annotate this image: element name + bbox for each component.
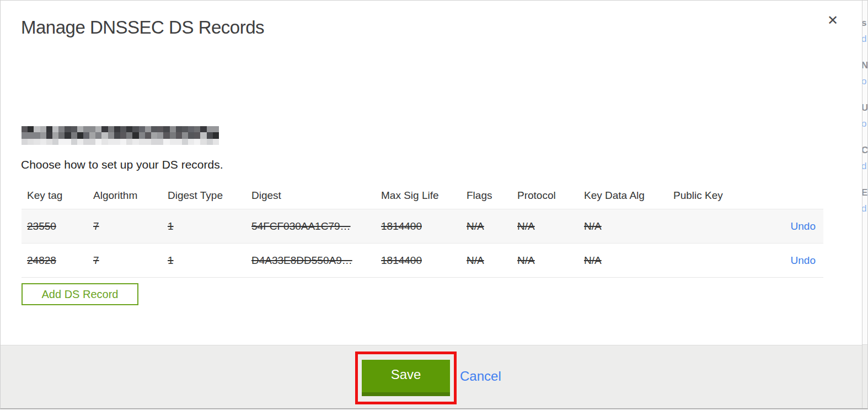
undo-link[interactable]: Undo (766, 255, 823, 267)
cell-digest: D4A33E8DD550A9… (246, 255, 376, 267)
cell-key-data-alg: N/A (578, 255, 668, 267)
background-page-strip-footer (862, 344, 867, 409)
column-header-max-sig-life: Max Sig Life (376, 190, 461, 202)
column-header-public-key: Public Key (668, 190, 766, 202)
column-header-flags: Flags (461, 190, 512, 202)
column-header-digest: Digest (246, 190, 376, 202)
cell-max-sig-life: 1814400 (376, 220, 461, 232)
redacted-domain-name (22, 126, 219, 145)
cell-protocol: N/A (512, 255, 578, 267)
cell-protocol: N/A (512, 220, 578, 232)
cancel-link[interactable]: Cancel (460, 369, 501, 384)
cell-digest-type: 1 (162, 220, 246, 232)
background-text-fragment: C (862, 145, 867, 155)
cell-algorithm: 7 (88, 255, 162, 267)
cell-digest-type: 1 (162, 255, 246, 267)
cell-key-data-alg: N/A (578, 220, 668, 232)
background-page-strip: sdNoUoCdEd (862, 1, 867, 409)
cell-digest: 54FCF030AA1C79… (246, 220, 376, 232)
cell-flags: N/A (461, 255, 512, 267)
cell-key-tag: 24828 (22, 255, 88, 267)
background-text-fragment: d (862, 34, 866, 44)
annotation-highlight-box: Save (355, 351, 457, 404)
manage-dnssec-modal: Manage DNSSEC DS Records ✕ Choose how to… (1, 1, 862, 409)
cell-flags: N/A (461, 220, 512, 232)
cell-max-sig-life: 1814400 (376, 255, 461, 267)
background-text-fragment: N (862, 61, 867, 70)
save-button[interactable]: Save (362, 360, 450, 396)
background-text-fragment: U (862, 103, 867, 112)
description-text: Choose how to set up your DS records. (21, 158, 223, 171)
column-header-algorithm: Algorithm (88, 190, 162, 202)
background-text-fragment: o (862, 119, 866, 128)
column-header-key-tag: Key tag (22, 190, 88, 202)
background-text-fragment: s (862, 18, 866, 28)
table-header-row: Key tag Algorithm Digest Type Digest Max… (22, 182, 823, 209)
table-row: 23550 7 1 54FCF030AA1C79… 1814400 N/A N/… (22, 209, 823, 243)
background-text-fragment: d (862, 204, 866, 213)
modal-footer: Save Cancel (1, 345, 862, 409)
ds-records-table: Key tag Algorithm Digest Type Digest Max… (22, 182, 823, 278)
undo-link[interactable]: Undo (766, 220, 823, 232)
table-row: 24828 7 1 D4A33E8DD550A9… 1814400 N/A N/… (22, 243, 823, 278)
background-text-fragment: d (862, 161, 866, 171)
page-title: Manage DNSSEC DS Records (21, 17, 264, 38)
column-header-digest-type: Digest Type (162, 190, 246, 202)
cell-key-tag: 23550 (22, 220, 88, 232)
background-text-fragment: o (862, 77, 866, 86)
column-header-key-data-alg: Key Data Alg (578, 190, 668, 202)
cell-algorithm: 7 (88, 220, 162, 232)
background-text-fragment: E (862, 188, 867, 197)
column-header-protocol: Protocol (512, 190, 578, 202)
close-icon[interactable]: ✕ (827, 14, 838, 27)
add-ds-record-button[interactable]: Add DS Record (22, 283, 138, 305)
